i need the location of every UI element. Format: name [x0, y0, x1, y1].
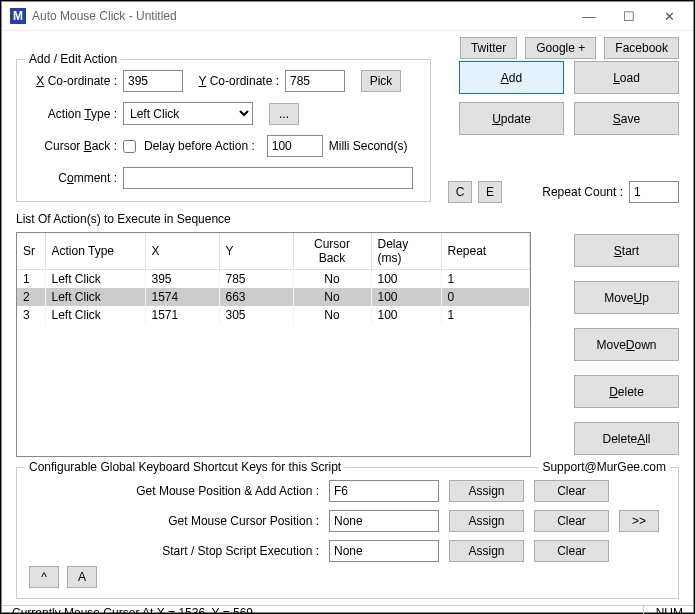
content-area: Twitter Google + Facebook Add Load Updat…: [2, 31, 693, 605]
save-button[interactable]: Save: [574, 102, 679, 135]
th-x[interactable]: X: [145, 233, 219, 270]
repeat-count-row: Repeat Count :: [542, 181, 679, 203]
status-text: Currently Mouse Cursor At X = 1536, Y = …: [12, 606, 631, 614]
a-toggle-button[interactable]: A: [67, 566, 97, 588]
table-row[interactable]: 1Left Click395785No1001: [17, 270, 530, 289]
action-table-wrap: Sr Action Type X Y Cursor Back Delay (ms…: [16, 232, 531, 457]
action-type-select[interactable]: Left Click: [123, 102, 253, 125]
add-edit-legend: Add / Edit Action: [25, 52, 121, 66]
table-row[interactable]: 3Left Click1571305No1001: [17, 306, 530, 324]
th-repeat[interactable]: Repeat: [441, 233, 530, 270]
google-button[interactable]: Google +: [525, 37, 596, 59]
comment-label: Comment :: [29, 171, 117, 185]
c-e-row: C E: [448, 181, 502, 203]
sc-label-0: Get Mouse Position & Add Action :: [29, 484, 319, 498]
sc-label-2: Start / Stop Script Execution :: [29, 544, 319, 558]
right-button-column: Add Load Update Save: [459, 61, 679, 135]
pick-button[interactable]: Pick: [361, 70, 401, 92]
sc-label-1: Get Mouse Cursor Position :: [29, 514, 319, 528]
delete-button[interactable]: Delete: [574, 375, 679, 408]
table-row[interactable]: 2Left Click1574663No1000: [17, 288, 530, 306]
shortcut-legend: Configurable Global Keyboard Shortcut Ke…: [25, 460, 345, 474]
status-divider: [643, 606, 644, 614]
th-delay[interactable]: Delay (ms): [371, 233, 441, 270]
sc-input-1[interactable]: [329, 510, 439, 532]
cursor-back-checkbox[interactable]: [123, 140, 136, 153]
th-sr[interactable]: Sr: [17, 233, 45, 270]
action-list-title: List Of Action(s) to Execute in Sequence: [16, 212, 679, 226]
x-coord-label: X Co-ordinate :: [29, 74, 117, 88]
sc-assign-2[interactable]: Assign: [449, 540, 524, 562]
load-button[interactable]: Load: [574, 61, 679, 94]
add-button[interactable]: Add: [459, 61, 564, 94]
sc-clear-0[interactable]: Clear: [534, 480, 609, 502]
sc-input-2[interactable]: [329, 540, 439, 562]
y-coord-input[interactable]: [285, 70, 345, 92]
delay-label: Delay before Action :: [144, 139, 255, 153]
sc-clear-1[interactable]: Clear: [534, 510, 609, 532]
e-button[interactable]: E: [478, 181, 502, 203]
statusbar: Currently Mouse Cursor At X = 1536, Y = …: [2, 605, 693, 614]
action-list-section: List Of Action(s) to Execute in Sequence…: [16, 212, 679, 457]
sc-more-button[interactable]: >>: [619, 510, 659, 532]
facebook-button[interactable]: Facebook: [604, 37, 679, 59]
cursor-back-label: Cursor Back :: [29, 139, 117, 153]
start-button[interactable]: Start: [574, 234, 679, 267]
minimize-button[interactable]: —: [569, 2, 609, 30]
list-action-buttons: Start Move Up Move Down Delete Delete Al…: [574, 234, 679, 455]
num-indicator: NUM: [656, 606, 683, 614]
titlebar: M Auto Mouse Click - Untitled — ☐ ✕: [2, 2, 693, 31]
sc-input-0[interactable]: [329, 480, 439, 502]
th-back[interactable]: Cursor Back: [293, 233, 371, 270]
move-down-button[interactable]: Move Down: [574, 328, 679, 361]
window-title: Auto Mouse Click - Untitled: [32, 9, 569, 23]
c-button[interactable]: C: [448, 181, 472, 203]
th-type[interactable]: Action Type: [45, 233, 145, 270]
add-edit-groupbox: Add / Edit Action X Co-ordinate : Y Co-o…: [16, 59, 431, 202]
social-row: Twitter Google + Facebook: [460, 37, 679, 59]
repeat-count-label: Repeat Count :: [542, 185, 623, 199]
delete-all-button[interactable]: Delete All: [574, 422, 679, 455]
app-icon: M: [10, 8, 26, 24]
comment-input[interactable]: [123, 167, 413, 189]
caret-toggle-button[interactable]: ^: [29, 566, 59, 588]
app-window: M Auto Mouse Click - Untitled — ☐ ✕ Twit…: [1, 1, 694, 613]
support-link[interactable]: Support@MurGee.com: [538, 460, 670, 474]
repeat-count-input[interactable]: [629, 181, 679, 203]
delay-input[interactable]: [267, 135, 323, 157]
y-coord-label: Y Co-ordinate :: [191, 74, 279, 88]
action-more-button[interactable]: ...: [269, 103, 299, 125]
action-type-label: Action Type :: [29, 107, 117, 121]
ms-label: Milli Second(s): [329, 139, 408, 153]
maximize-button[interactable]: ☐: [609, 2, 649, 30]
move-up-button[interactable]: Move Up: [574, 281, 679, 314]
th-y[interactable]: Y: [219, 233, 293, 270]
close-button[interactable]: ✕: [649, 2, 689, 30]
sc-assign-1[interactable]: Assign: [449, 510, 524, 532]
sc-assign-0[interactable]: Assign: [449, 480, 524, 502]
twitter-button[interactable]: Twitter: [460, 37, 517, 59]
action-table[interactable]: Sr Action Type X Y Cursor Back Delay (ms…: [17, 233, 530, 324]
update-button[interactable]: Update: [459, 102, 564, 135]
x-coord-input[interactable]: [123, 70, 183, 92]
shortcut-groupbox: Configurable Global Keyboard Shortcut Ke…: [16, 467, 679, 599]
sc-clear-2[interactable]: Clear: [534, 540, 609, 562]
